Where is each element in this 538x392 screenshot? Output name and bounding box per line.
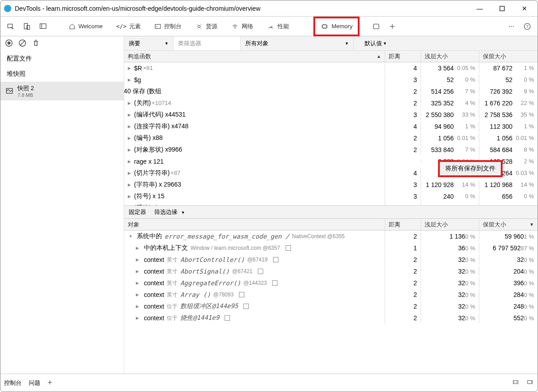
table-row[interactable]: ▶(编号) x88 21 0560.01 %1 0560.01 % bbox=[124, 132, 538, 144]
sidebar-heap-snapshots[interactable]: 堆快照 bbox=[0, 66, 124, 82]
help-button[interactable]: ? bbox=[521, 20, 534, 33]
sidebar-snapshot-item[interactable]: 快照 2 7.8 MB bbox=[0, 82, 124, 100]
retainers-table-header: 对象 距离 浅层大小 保留大小▼ bbox=[124, 219, 538, 231]
retainer-row[interactable]: ▶context位于 烧焦@1441e92320 %5520 % bbox=[124, 312, 538, 324]
tab-network[interactable]: 网络 bbox=[226, 17, 259, 36]
svg-rect-11 bbox=[373, 24, 379, 29]
constructor-table-header: 构造函数▲ 距离 浅层大小 保留大小 bbox=[124, 51, 538, 62]
add-tab-button[interactable] bbox=[386, 20, 399, 33]
retainers-bar: 固定器 筛选边缘 ▼ bbox=[124, 205, 538, 219]
tab-performance[interactable]: 性能 bbox=[261, 17, 295, 36]
retainers-label[interactable]: 固定器 bbox=[129, 208, 146, 216]
tab-sources[interactable]: 货源 bbox=[190, 17, 223, 36]
retainer-row[interactable]: ▶context英寸 AbortController() @674192320 … bbox=[124, 254, 538, 266]
status-add[interactable]: + bbox=[48, 378, 52, 388]
col-shallow[interactable]: 浅层大小 bbox=[421, 51, 479, 62]
tab-welcome-label: Welcome bbox=[78, 23, 103, 30]
tab-performance-label: 性能 bbox=[278, 22, 289, 30]
tab-sources-label: 货源 bbox=[206, 22, 217, 30]
svg-rect-6 bbox=[155, 24, 161, 28]
edge-favicon bbox=[4, 5, 11, 12]
delete-button[interactable] bbox=[32, 39, 40, 48]
context-menu-save-all[interactable]: 将所有保存到文件 bbox=[438, 160, 503, 177]
tab-console-label: 控制台 bbox=[164, 22, 182, 30]
status-issues[interactable]: 问题 bbox=[29, 379, 40, 387]
svg-point-17 bbox=[7, 41, 10, 44]
table-row[interactable]: ▶(连接字符串) x4748 494 9601 %112 3001 % bbox=[124, 121, 538, 132]
sidebar-profiles-heading: 配置文件 bbox=[0, 51, 124, 66]
retainer-row[interactable]: ▶中的本机上下文 Window / learn.microsoft.com @6… bbox=[124, 242, 538, 254]
retainer-row[interactable]: ▼系统中的 error_message_for_wasm_code_gen / … bbox=[124, 231, 538, 242]
tab-welcome[interactable]: Welcome bbox=[63, 17, 108, 36]
svg-point-8 bbox=[235, 28, 236, 29]
svg-rect-22 bbox=[528, 381, 533, 384]
minimize-button[interactable]: — bbox=[470, 2, 489, 15]
table-row[interactable]: ▶(系统) xl 5998 2469 5046 %1 110 60414 % bbox=[124, 202, 538, 205]
snapshot-size: 7.8 MB bbox=[17, 92, 34, 98]
status-console[interactable]: 控制台 bbox=[4, 379, 22, 387]
filter-default[interactable]: 默认值▼ bbox=[360, 36, 391, 50]
retainer-row[interactable]: ▶context英寸 Array () @780932320 %2840 % bbox=[124, 289, 538, 301]
retainer-row[interactable]: ▶context英寸 AggregateError() @1443232320 … bbox=[124, 277, 538, 289]
devtools-toolbar: Welcome </>元素 控制台 货源 网络 性能 Memory ⋯ ? bbox=[0, 17, 538, 36]
tab-memory-label: Memory bbox=[331, 23, 352, 30]
table-row[interactable]: ▶(编译代码) x44531 32 550 38033 %2 758 53635… bbox=[124, 109, 538, 121]
table-row[interactable]: ▶$g 3520 %520 % bbox=[124, 74, 538, 86]
panel-button[interactable] bbox=[369, 20, 383, 33]
col-constructor[interactable]: 构造函数▲ bbox=[124, 51, 385, 62]
tab-console[interactable]: 控制台 bbox=[149, 17, 187, 36]
col-distance-2[interactable]: 距离 bbox=[385, 219, 421, 230]
collapse-icon[interactable] bbox=[526, 379, 534, 387]
filter-bar: 摘要▼ 类筛选器 所有对象▼ 默认值▼ bbox=[124, 36, 538, 51]
table-row[interactable]: ▶(对象形状) x9966 2533 8407 %584 6848 % bbox=[124, 144, 538, 156]
svg-rect-4 bbox=[40, 24, 46, 29]
inspect-icon[interactable] bbox=[4, 20, 17, 33]
tab-elements[interactable]: </>元素 bbox=[111, 17, 146, 36]
table-row[interactable]: ▶(关闭) ×107142325 3524 %1 676 22022 % bbox=[124, 97, 538, 109]
table-row[interactable]: ▶$R ×8143 5640.05 %87 6721 % bbox=[124, 62, 538, 74]
svg-rect-1 bbox=[8, 24, 13, 27]
col-retained[interactable]: 保留大小 bbox=[479, 51, 538, 62]
tab-memory[interactable]: Memory bbox=[313, 17, 360, 36]
tab-network-label: 网络 bbox=[242, 22, 253, 30]
close-button[interactable]: ✕ bbox=[515, 2, 534, 15]
memory-sidebar: 配置文件 堆快照 快照 2 7.8 MB bbox=[0, 36, 124, 374]
maximize-button[interactable] bbox=[493, 2, 512, 15]
clear-button[interactable] bbox=[18, 39, 26, 48]
svg-point-7 bbox=[198, 25, 200, 27]
more-button[interactable]: ⋯ bbox=[504, 20, 518, 33]
col-retained-2[interactable]: 保留大小▼ bbox=[479, 219, 538, 230]
svg-rect-10 bbox=[323, 25, 327, 28]
class-filter-input[interactable]: 类筛选器 bbox=[174, 36, 241, 50]
col-object[interactable]: 对象 bbox=[124, 219, 385, 230]
table-row[interactable]: ▶(字符串) x 29663 31 120 92814 %1 120 96814… bbox=[124, 179, 538, 191]
retainer-row[interactable]: ▶context位于 数组缓冲区@144e952320 %2480 % bbox=[124, 301, 538, 312]
snapshot-name: 快照 2 bbox=[17, 84, 34, 92]
col-shallow-2[interactable]: 浅层大小 bbox=[421, 219, 479, 230]
col-distance[interactable]: 距离 bbox=[385, 51, 421, 62]
expand-icon[interactable] bbox=[512, 379, 520, 387]
filter-edges[interactable]: 筛选边缘 ▼ bbox=[154, 208, 185, 216]
tab-elements-label: 元素 bbox=[129, 22, 141, 30]
filter-all-objects[interactable]: 所有对象▼ bbox=[241, 36, 354, 50]
titlebar: DevTools - learn.microsoft.com/en-us/mic… bbox=[0, 0, 538, 17]
svg-line-19 bbox=[20, 41, 25, 46]
table-row[interactable]: ▶(符号) x 15 32400 %6560 % bbox=[124, 191, 538, 202]
retainer-row[interactable]: ▶context英寸 AbortSignal() @674212320 %204… bbox=[124, 266, 538, 277]
dock-icon[interactable] bbox=[36, 20, 50, 33]
status-bar: 控制台 问题 + bbox=[0, 374, 538, 392]
device-icon[interactable] bbox=[20, 20, 34, 33]
svg-rect-0 bbox=[500, 6, 504, 11]
window-title: DevTools - learn.microsoft.com/en-us/mic… bbox=[15, 5, 260, 12]
record-button[interactable] bbox=[5, 39, 13, 48]
svg-text:?: ? bbox=[526, 24, 528, 29]
table-row-grouped[interactable]: ) x2340 保存 (数组2514 2567 %726 3929 % bbox=[124, 86, 538, 97]
filter-summary[interactable]: 摘要▼ bbox=[124, 36, 174, 50]
snapshot-icon bbox=[5, 87, 14, 96]
